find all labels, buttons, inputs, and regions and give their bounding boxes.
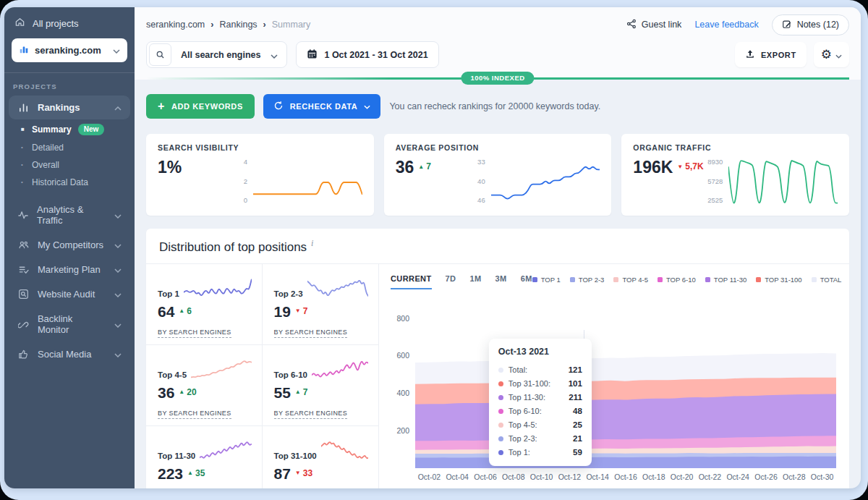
chevron-down-icon (113, 45, 120, 56)
tab-6m[interactable]: 6M (521, 274, 532, 289)
legend-swatch (658, 277, 663, 282)
notes-button[interactable]: Notes (12) (772, 14, 849, 35)
breadcrumb-project[interactable]: seranking.com (146, 20, 205, 30)
stat-title: AVERAGE POSITION (396, 143, 600, 152)
legend-item-total[interactable]: TOTAL (812, 276, 842, 284)
sidebar-item-my-competitors[interactable]: My Competitors (9, 233, 130, 257)
tooltip-row-top-11-30: Top 11-30:211 (498, 391, 582, 404)
organic-traffic-card: ORGANIC TRAFFIC 196K ▼5,7K 893057282525 (621, 134, 849, 216)
tab-current[interactable]: CURRENT (391, 274, 432, 289)
legend-item-top-2-3[interactable]: TOP 2-3 (570, 276, 605, 284)
cell-value: 223 (158, 466, 183, 481)
cell-sparkline (307, 275, 368, 301)
export-button[interactable]: EXPORT (735, 42, 807, 67)
sidebar-subitem-detailed[interactable]: •Detailed (4, 139, 135, 156)
sidebar-subitem-label: Summary (32, 124, 72, 135)
refresh-icon (273, 101, 284, 112)
all-projects-label: All projects (33, 18, 79, 29)
rankings-icon (17, 102, 30, 113)
by-search-engines-link[interactable]: BY SEARCH ENGINES (274, 410, 348, 419)
chart-legend: TOP 1TOP 2-3TOP 4-5TOP 6-10TOP 11-30TOP … (532, 274, 842, 284)
legend-item-top-6-10[interactable]: TOP 6-10 (658, 276, 696, 284)
breadcrumb: seranking.com › Rankings › Summary (146, 20, 310, 30)
arrow-down-icon: ▼ (295, 470, 301, 476)
cell-sparkline (191, 356, 251, 382)
y-axis-labels: 420 (227, 156, 247, 208)
sidebar-item-website-audit[interactable]: Website Audit (9, 282, 130, 306)
bullet-icon: ■ (21, 127, 25, 132)
recheck-data-button[interactable]: RECHECK DATA (263, 94, 381, 119)
arrow-up-icon: ▲ (179, 308, 184, 314)
sidebar-item-label: Analytics & Traffic (37, 204, 106, 226)
cell-delta: ▲7 (295, 387, 308, 397)
guest-link-button[interactable]: Guest link (626, 19, 682, 31)
x-tick-label: Oct-08 (502, 473, 525, 481)
tooltip-date: Oct-13 2021 (498, 347, 582, 357)
projects-section-label: PROJECTS (4, 73, 135, 95)
search-engines-value: All search engines (174, 50, 271, 60)
stacked-area-chart[interactable]: Oct-13 2021 Total:121Top 31-100:101Top 1… (415, 300, 836, 468)
arrow-up-icon: ▲ (418, 164, 424, 170)
add-keywords-button[interactable]: + ADD KEYWORDS (146, 94, 255, 119)
by-search-engines-link[interactable]: BY SEARCH ENGINES (158, 410, 231, 419)
arrow-up-icon: ▲ (179, 389, 184, 395)
sidebar-subitem-historical-data[interactable]: •Historical Data (4, 174, 135, 191)
x-tick-label: Oct-20 (671, 473, 694, 481)
legend-item-top-1[interactable]: TOP 1 (532, 276, 561, 284)
sidebar-item-social-media[interactable]: Social Media (9, 342, 130, 366)
x-tick-label: Oct-10 (530, 473, 553, 481)
period-tabs: CURRENT7D1M3M6M (391, 274, 532, 289)
sidebar-item-label: Backlink Monitor (38, 313, 106, 335)
search-engines-select[interactable]: All search engines (146, 41, 287, 68)
screenshot-stage: All projects seranking.com PROJECTS Rank… (0, 0, 868, 500)
cell-label: Top 1 (158, 289, 179, 301)
organic-traffic-sparkline (728, 156, 838, 208)
date-range-picker[interactable]: 1 Oct 2021 - 31 Oct 2021 (296, 41, 438, 68)
cell-sparkline (321, 437, 368, 463)
project-selector[interactable]: seranking.com (12, 38, 127, 62)
page-content: + ADD KEYWORDS RECHECK DATA You can rech… (135, 80, 861, 488)
chevron-down-icon (271, 48, 278, 62)
tab-7d[interactable]: 7D (446, 274, 456, 289)
sidebar-item-backlink-monitor[interactable]: Backlink Monitor (9, 307, 130, 342)
stat-delta: ▲7 (418, 161, 431, 171)
legend-item-top-31-100[interactable]: TOP 31-100 (756, 276, 801, 284)
cell-value: 87 (274, 466, 291, 481)
app-window: All projects seranking.com PROJECTS Rank… (4, 7, 861, 488)
cell-value: 19 (274, 304, 291, 319)
info-icon[interactable]: i (311, 238, 313, 248)
tab-3m[interactable]: 3M (495, 274, 507, 289)
tooltip-row-top-31-100: Top 31-100:101 (498, 377, 582, 391)
y-axis-labels: 893057282525 (702, 156, 723, 208)
distribution-card: Distribution of top positionsi Top 164▲6… (146, 229, 849, 488)
settings-button[interactable]: ⚙ (814, 42, 849, 67)
main-chart-x-labels: Oct-02Oct-04Oct-06Oct-08Oct-10Oct-12Oct-… (415, 468, 836, 484)
recheck-data-label: RECHECK DATA (290, 102, 358, 111)
tab-1m[interactable]: 1M (469, 274, 481, 289)
chart-tooltip: Oct-13 2021 Total:121Top 31-100:101Top 1… (489, 339, 592, 466)
tooltip-row-top-4-5: Top 4-5:25 (498, 418, 582, 432)
legend-swatch (756, 277, 761, 282)
by-search-engines-link[interactable]: BY SEARCH ENGINES (274, 329, 348, 338)
all-projects-link[interactable]: All projects (4, 7, 135, 37)
cell-delta: ▼7 (295, 306, 308, 316)
cell-label: Top 11-30 (158, 452, 195, 463)
sidebar-subitem-overall[interactable]: •Overall (4, 156, 135, 174)
sidebar-subitem-summary[interactable]: ■SummaryNew (4, 120, 135, 139)
position-cell-top-1: Top 164▲6BY SEARCH ENGINES (146, 264, 263, 345)
sidebar-item-analytics-traffic[interactable]: Analytics & Traffic (9, 198, 130, 232)
by-search-engines-link[interactable]: BY SEARCH ENGINES (158, 329, 231, 338)
legend-swatch (570, 277, 575, 282)
leave-feedback-link[interactable]: Leave feedback (694, 20, 758, 30)
cell-delta: ▲20 (179, 387, 196, 397)
legend-item-top-11-30[interactable]: TOP 11-30 (705, 276, 746, 284)
legend-item-top-4-5[interactable]: TOP 4-5 (613, 276, 648, 284)
sidebar-item-marketing-plan[interactable]: Marketing Plan (9, 258, 130, 281)
stat-title: ORGANIC TRAFFIC (633, 143, 838, 152)
visibility-sparkline (253, 156, 362, 208)
x-tick-label: Oct-14 (586, 473, 609, 481)
breadcrumb-rankings[interactable]: Rankings (219, 20, 257, 30)
sidebar-item-rankings[interactable]: Rankings (9, 96, 130, 119)
stat-value: 1% (158, 159, 182, 176)
position-cell-top-11-30: Top 11-30223▲35BY SEARCH ENGINES (146, 426, 263, 488)
